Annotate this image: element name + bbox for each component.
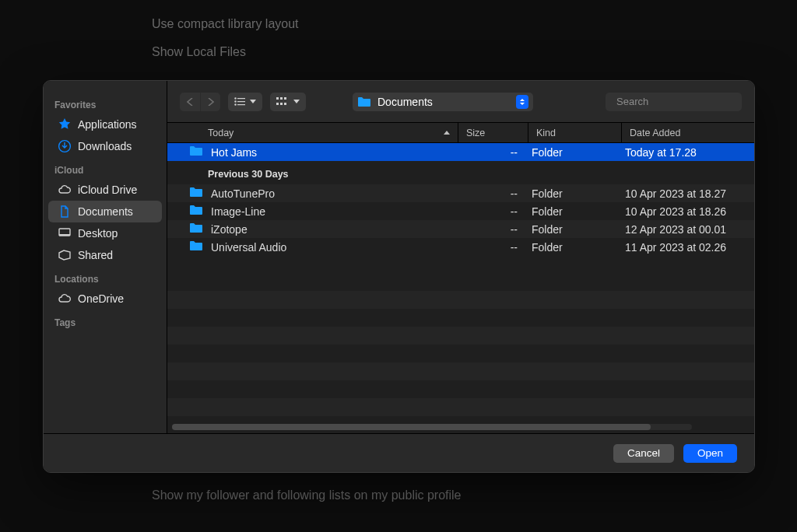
h-scroll-thumb[interactable] <box>172 424 651 430</box>
file-kind: Folder <box>528 223 622 236</box>
sidebar: FavoritesApplicationsDownloadsiCloudiClo… <box>44 81 167 433</box>
table-row[interactable]: Image-Line--Folder10 Apr 2023 at 18.26 <box>167 202 754 220</box>
sidebar-item-onedrive[interactable]: OneDrive <box>48 288 162 310</box>
sort-asc-icon <box>444 131 450 135</box>
path-label: Documents <box>377 96 433 108</box>
svg-rect-4 <box>237 98 245 99</box>
view-list-button[interactable] <box>228 93 262 111</box>
sidebar-item-label: Downloads <box>78 140 132 152</box>
h-scrollbar[interactable] <box>172 424 692 430</box>
file-date: 11 Apr 2023 at 02.26 <box>622 241 754 254</box>
sidebar-item-applications[interactable]: Applications <box>48 114 162 135</box>
file-name: Universal Audio <box>211 241 286 254</box>
svg-rect-9 <box>276 97 279 100</box>
back-button[interactable] <box>180 93 200 111</box>
svg-rect-8 <box>237 104 245 105</box>
col-name[interactable]: Today <box>167 123 458 142</box>
folder-icon <box>189 205 203 218</box>
sidebar-item-documents[interactable]: Documents <box>48 201 162 222</box>
group-by-button[interactable] <box>270 93 306 111</box>
file-name: AutoTunePro <box>211 187 275 200</box>
file-size: -- <box>458 241 528 254</box>
svg-rect-11 <box>284 97 286 100</box>
sidebar-item-label: Shared <box>78 249 113 261</box>
toolbar: Documents <box>167 81 754 123</box>
sidebar-item-icloud-drive[interactable]: iCloud Drive <box>48 179 162 201</box>
path-popup[interactable]: Documents <box>353 93 533 111</box>
sidebar-item-label: Applications <box>78 118 137 131</box>
bg-setting-follow: Show my follower and following lists on … <box>152 488 462 502</box>
file-size: -- <box>458 205 528 218</box>
sidebar-item-label: Documents <box>78 205 133 218</box>
open-button[interactable]: Open <box>683 444 737 463</box>
nav-seg <box>180 93 220 111</box>
folder-icon <box>189 240 203 254</box>
desktop-icon <box>58 226 72 240</box>
file-name: Image-Line <box>211 205 265 218</box>
folder-icon <box>189 222 203 236</box>
group-label: Previous 30 Days <box>167 161 754 184</box>
open-dialog: FavoritesApplicationsDownloadsiCloudiClo… <box>43 80 755 473</box>
chevron-down-icon <box>250 100 256 103</box>
svg-rect-10 <box>280 97 283 100</box>
sidebar-section-icloud: iCloud <box>44 157 167 179</box>
folder-icon <box>357 96 371 107</box>
file-size: -- <box>458 187 528 200</box>
file-kind: Folder <box>528 146 622 159</box>
table-row[interactable]: Universal Audio--Folder11 Apr 2023 at 02… <box>167 238 754 256</box>
forward-button[interactable] <box>200 93 220 111</box>
sidebar-item-downloads[interactable]: Downloads <box>48 135 162 157</box>
chevron-down-icon <box>293 100 300 103</box>
svg-rect-13 <box>280 103 283 105</box>
file-size: -- <box>458 223 528 236</box>
main-panel: Documents Today Size Kind Date Added Hot… <box>167 81 754 433</box>
folder-icon <box>189 145 203 159</box>
file-date: 12 Apr 2023 at 00.01 <box>622 223 754 236</box>
sidebar-section-favorites: Favorites <box>44 92 167 114</box>
sidebar-item-label: iCloud Drive <box>78 184 137 196</box>
svg-rect-2 <box>59 234 70 236</box>
table-row[interactable]: AutoTunePro--Folder10 Apr 2023 at 18.27 <box>167 184 754 202</box>
sidebar-item-desktop[interactable]: Desktop <box>48 222 162 244</box>
search-field[interactable] <box>606 93 742 111</box>
sidebar-item-shared[interactable]: Shared <box>48 244 162 266</box>
table-row[interactable]: Hot Jams--FolderToday at 17.28 <box>167 143 754 161</box>
column-headers: Today Size Kind Date Added <box>167 123 754 143</box>
cancel-button[interactable]: Cancel <box>613 444 674 463</box>
col-size[interactable]: Size <box>458 123 528 142</box>
dialog-footer: Cancel Open <box>44 433 754 472</box>
svg-rect-14 <box>284 103 286 105</box>
table-row[interactable]: iZotope--Folder12 Apr 2023 at 00.01 <box>167 220 754 238</box>
download-icon <box>58 139 72 153</box>
doc-icon <box>58 205 72 219</box>
col-kind[interactable]: Kind <box>528 123 622 142</box>
cloud-icon <box>58 183 72 197</box>
sidebar-section-locations: Locations <box>44 266 167 288</box>
file-kind: Folder <box>528 241 622 254</box>
svg-rect-6 <box>237 101 245 102</box>
file-date: 10 Apr 2023 at 18.26 <box>622 205 754 218</box>
svg-point-5 <box>234 100 236 102</box>
bg-setting-local: Show Local Files <box>152 45 246 59</box>
file-kind: Folder <box>528 187 622 200</box>
sidebar-item-label: OneDrive <box>78 292 124 305</box>
apps-icon <box>58 117 72 131</box>
search-input[interactable] <box>616 96 747 107</box>
file-kind: Folder <box>528 205 622 218</box>
file-list[interactable]: Hot Jams--FolderToday at 17.28Previous 3… <box>167 143 754 433</box>
shared-icon <box>58 248 72 262</box>
cloud-icon <box>58 292 72 306</box>
list-icon <box>234 97 245 106</box>
sidebar-section-tags: Tags <box>44 310 167 331</box>
svg-point-3 <box>234 97 236 99</box>
file-size: -- <box>458 146 528 159</box>
col-date[interactable]: Date Added <box>622 123 754 142</box>
file-name: iZotope <box>211 223 248 236</box>
sidebar-item-label: Desktop <box>78 227 118 240</box>
file-name: Hot Jams <box>211 146 257 159</box>
file-date: Today at 17.28 <box>622 146 754 159</box>
path-stepper-icon <box>516 95 528 109</box>
file-date: 10 Apr 2023 at 18.27 <box>622 187 754 200</box>
bg-setting-compact: Use compact library layout <box>152 17 299 31</box>
svg-point-7 <box>234 103 236 105</box>
